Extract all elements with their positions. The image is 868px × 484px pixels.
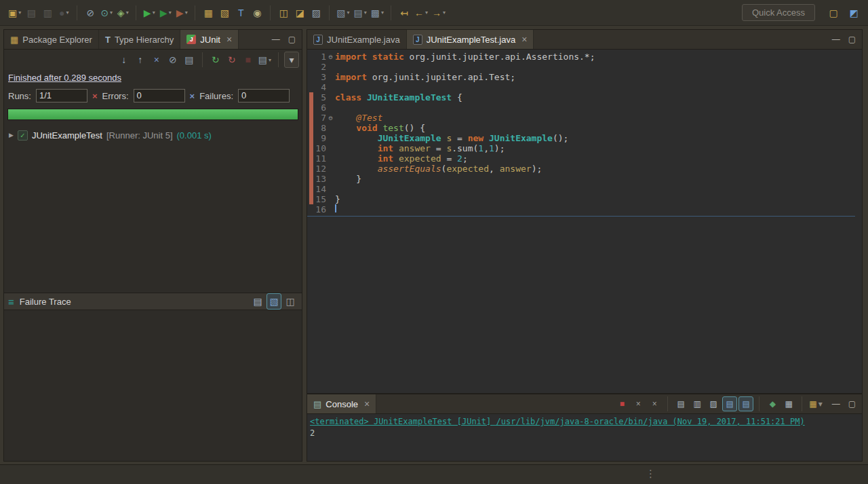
close-tab-icon[interactable]: ×	[364, 398, 370, 409]
save-all-button[interactable]: ▥	[40, 5, 55, 21]
maximize-editor-icon[interactable]: ▢	[848, 35, 856, 44]
code-line-5[interactable]: class JUnitExampleTest {	[335, 92, 862, 103]
clear-console-button[interactable]: ▤	[673, 396, 688, 411]
stop-test-button[interactable]: ■	[241, 52, 256, 68]
minimize-console-icon[interactable]: —	[832, 399, 840, 409]
code-line-2[interactable]	[335, 62, 862, 72]
code-line-1[interactable]: import static org.junit.jupiter.api.Asse…	[335, 52, 862, 62]
open-console-button[interactable]: ▦▾	[808, 396, 823, 411]
run-button[interactable]: ▶▾	[142, 5, 157, 21]
show-time-button[interactable]: ▤	[182, 52, 197, 68]
export-button[interactable]: ◪	[292, 5, 307, 21]
dropdown-arrow-icon[interactable]: ▾	[347, 10, 349, 16]
show-stdout-changed-button[interactable]: ▤	[722, 396, 737, 411]
new-wizard-button[interactable]: ▣▾	[7, 5, 22, 21]
tab-type-hierarchy[interactable]: T Type Hierarchy	[99, 30, 180, 49]
code-line-16[interactable]	[335, 204, 862, 215]
sash-drag-handle[interactable]: ⋮	[646, 468, 656, 480]
dropdown-arrow-icon[interactable]: ▾	[443, 10, 446, 16]
tab-junit[interactable]: J JUnit ×	[180, 30, 239, 49]
dropdown-arrow-icon[interactable]: ▾	[381, 10, 384, 16]
failures-only-button[interactable]: ×	[149, 52, 164, 68]
launch-profile-button[interactable]: ●▾	[56, 5, 71, 21]
open-view-button[interactable]: ▤▾	[353, 5, 368, 21]
debug-button[interactable]: ⊙▾	[99, 5, 114, 21]
quick-access-button[interactable]: Quick Access	[742, 4, 815, 21]
dropdown-arrow-icon[interactable]: ▾	[66, 10, 68, 16]
code-line-3[interactable]: import org.junit.jupiter.api.Test;	[335, 72, 862, 82]
next-failure-button[interactable]: ↓	[117, 52, 132, 68]
view-menu-button[interactable]: ▾	[284, 52, 299, 68]
new-java-project-button[interactable]: ▦	[201, 5, 216, 21]
console-output[interactable]: <terminated> JUnitExampleTest [JUnit] /u…	[307, 414, 862, 461]
open-type-button[interactable]: T	[233, 5, 248, 21]
code-line-6[interactable]	[335, 103, 862, 113]
code-editor[interactable]: 1⊖234567⊖8910111213141516 import static …	[307, 50, 862, 393]
code-line-9[interactable]: JUnitExample s = new JUnitExample();	[335, 133, 862, 143]
display-console-button[interactable]: ▦	[781, 396, 796, 411]
code-line-4[interactable]	[335, 82, 862, 92]
pin-console-button[interactable]: ◆	[765, 396, 780, 411]
new-package-button[interactable]: ▧	[217, 5, 232, 21]
skipped-only-button[interactable]: ⊘	[165, 52, 180, 68]
minimize-view-icon[interactable]: —	[272, 35, 280, 44]
show-trace-in-console-button[interactable]: ▧	[267, 293, 281, 310]
code-line-15[interactable]: }	[335, 194, 862, 204]
dropdown-arrow-icon[interactable]: ▾	[169, 10, 172, 16]
test-tree-item[interactable]: ▶ ✓ JUnitExampleTest [Runner: JUnit 5] (…	[4, 128, 302, 142]
code-line-11[interactable]: int expected = 2;	[335, 153, 862, 164]
code-line-7[interactable]: @Test	[335, 113, 862, 123]
annotate-button[interactable]: ▨	[309, 5, 323, 21]
code-line-12[interactable]: assertEquals(expected, answer);	[335, 164, 862, 174]
dropdown-arrow-icon[interactable]: ▾	[364, 10, 367, 16]
maximize-console-icon[interactable]: ▢	[848, 399, 856, 409]
tab-package-explorer[interactable]: ▦ Package Explorer	[4, 30, 99, 49]
import-button[interactable]: ◫	[276, 5, 291, 21]
rerun-failed-first-button[interactable]: ↻	[224, 52, 239, 68]
line-number[interactable]: 16	[309, 204, 326, 215]
line-number[interactable]: 4	[309, 82, 326, 92]
close-tab-icon[interactable]: ×	[226, 34, 232, 45]
maximize-view-icon[interactable]: ▢	[288, 35, 296, 44]
fold-marker-icon[interactable]: ⊖	[326, 113, 335, 123]
dropdown-arrow-icon[interactable]: ▾	[425, 10, 428, 16]
test-run-history-button[interactable]: ▤▾	[257, 52, 273, 68]
skip-breakpoints-button[interactable]: ⊘	[83, 5, 98, 21]
previous-failure-button[interactable]: ↑	[133, 52, 148, 68]
dropdown-arrow-icon[interactable]: ▾	[269, 57, 271, 63]
dropdown-arrow-icon[interactable]: ▾	[18, 10, 21, 16]
code-line-8[interactable]: void test() {	[335, 123, 862, 133]
coverage-button[interactable]: ◈▾	[115, 5, 130, 21]
dropdown-arrow-icon[interactable]: ▾	[818, 399, 823, 409]
search-button[interactable]: ◉	[250, 5, 264, 21]
minimize-editor-icon[interactable]: —	[832, 35, 840, 44]
run-external-button[interactable]: ▶▾	[158, 5, 173, 21]
line-number[interactable]: 3	[309, 72, 326, 82]
show-stderr-changed-button[interactable]: ▤	[738, 396, 753, 411]
java-perspective-button[interactable]: ◩	[846, 5, 861, 21]
compare-results-button[interactable]: ◫	[283, 293, 298, 310]
dropdown-arrow-icon[interactable]: ▾	[185, 10, 188, 16]
dropdown-arrow-icon[interactable]: ▾	[153, 10, 155, 16]
expand-caret-icon[interactable]: ▶	[9, 132, 14, 138]
remove-all-terminated-button[interactable]: ×	[647, 396, 662, 411]
remove-launch-button[interactable]: ×	[631, 396, 646, 411]
external-tools-button[interactable]: ▶▾	[174, 5, 189, 21]
code-line-14[interactable]	[335, 184, 862, 194]
forward-button[interactable]: →▾	[431, 5, 447, 21]
word-wrap-button[interactable]: ▨	[706, 396, 721, 411]
line-number[interactable]: 1	[309, 52, 326, 62]
dropdown-arrow-icon[interactable]: ▾	[126, 10, 129, 16]
team-sync-button[interactable]: ▩▾	[370, 5, 385, 21]
rerun-test-button[interactable]: ↻	[208, 52, 223, 68]
tab-junitexample-java[interactable]: J JUnitExample.java	[307, 30, 407, 49]
terminate-button[interactable]: ■	[614, 396, 629, 411]
code-line-13[interactable]: }	[335, 174, 862, 184]
save-button[interactable]: ▤	[24, 5, 39, 21]
filter-stack-trace-button[interactable]: ▤	[250, 293, 265, 310]
code-line-10[interactable]: int answer = s.sum(1,1);	[335, 143, 862, 153]
dropdown-arrow-icon[interactable]: ▾	[110, 10, 113, 16]
java-browsing-button[interactable]: ▧▾	[335, 5, 351, 21]
line-number[interactable]: 2	[309, 62, 326, 72]
tab-junitexampletest-java[interactable]: J JUnitExampleTest.java ×	[407, 30, 534, 49]
